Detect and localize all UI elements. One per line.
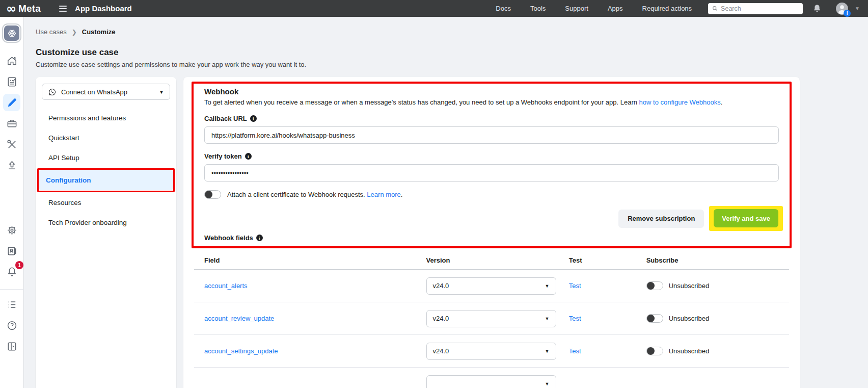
breadcrumb-use-cases[interactable]: Use cases [36, 28, 67, 36]
rail-publish[interactable] [3, 157, 20, 174]
nav-tools[interactable]: Tools [530, 5, 546, 12]
webhook-fields-label: Webhook fields [204, 234, 253, 242]
field-link[interactable]: account_settings_update [204, 347, 278, 355]
select-caret-icon: ▼ [545, 349, 550, 354]
app-atom-icon [7, 28, 17, 39]
menu-item-configuration[interactable]: Configuration [39, 170, 173, 190]
version-value: v24.0 [433, 282, 449, 290]
table-row-partial: ▼ [194, 368, 789, 388]
menu-item-quickstart[interactable]: Quickstart [42, 128, 170, 148]
webhook-annotation-box: Webhook To get alerted when you receive … [192, 82, 792, 248]
version-select[interactable]: v24.0 ▼ [426, 277, 556, 295]
pencil-icon [6, 97, 18, 109]
profile-caret-icon[interactable]: ▼ [855, 6, 860, 11]
menu-item-api-setup[interactable]: API Setup [42, 148, 170, 168]
meta-logo[interactable]: ∞ Meta [6, 3, 41, 15]
version-select[interactable]: ▼ [426, 375, 556, 388]
callback-url-label-row: Callback URL [204, 115, 779, 122]
rail-roles[interactable] [3, 242, 20, 260]
rail-customize-active[interactable] [3, 94, 20, 111]
use-case-menu-panel: Connect on WhatsApp ▼ Permissions and fe… [36, 77, 176, 388]
field-link[interactable]: account_alerts [204, 282, 248, 290]
nav-apps[interactable]: Apps [608, 5, 623, 12]
gear-icon [6, 224, 18, 236]
rail-activity-list[interactable] [3, 296, 20, 313]
brand-name: Meta [18, 3, 41, 14]
version-select[interactable]: v24.0 ▼ [426, 343, 556, 360]
rail-collapse[interactable] [3, 338, 20, 355]
home-icon [6, 55, 18, 67]
select-caret-icon: ▼ [545, 381, 550, 386]
version-select[interactable]: v24.0 ▼ [426, 310, 556, 327]
field-link[interactable]: account_review_update [204, 315, 274, 322]
callback-url-info-icon[interactable] [250, 115, 257, 122]
rail-help[interactable] [3, 317, 20, 334]
left-icon-rail: 1 [0, 17, 24, 388]
wrench-screwdriver-icon [6, 139, 18, 150]
client-certificate-row: Attach a client certificate to Webhook r… [204, 190, 779, 199]
search-input[interactable] [721, 5, 799, 12]
page-subtitle: Customize use case settings and permissi… [36, 61, 800, 68]
client-certificate-period: . [401, 191, 403, 198]
rail-notifications[interactable]: 1 [3, 263, 20, 280]
rail-tools[interactable] [3, 136, 20, 153]
menu-item-resources[interactable]: Resources [42, 193, 170, 213]
menu-hamburger-icon[interactable] [59, 6, 67, 12]
app-avatar-tile[interactable] [4, 25, 19, 41]
collapse-panel-icon [6, 341, 18, 352]
configure-webhooks-link[interactable]: how to configure Webhooks [639, 98, 721, 106]
rail-checklist[interactable] [3, 73, 20, 90]
configuration-annotation-box: Configuration [37, 168, 175, 192]
webhook-description-text: To get alerted when you receive a messag… [204, 98, 639, 106]
subscribe-toggle[interactable] [646, 347, 663, 355]
verify-token-input[interactable] [204, 164, 779, 182]
menu-item-permissions[interactable]: Permissions and features [42, 108, 170, 128]
webhook-fields-info-icon[interactable] [256, 235, 263, 241]
menu-item-tech-provider[interactable]: Tech Provider onboarding [42, 213, 170, 232]
upload-arrow-icon [6, 160, 18, 171]
webhook-actions-row: Remove subscription Verify and save [204, 206, 779, 231]
callback-url-label: Callback URL [204, 115, 247, 122]
nav-docs[interactable]: Docs [496, 5, 511, 12]
page-title: Customize use case [36, 47, 800, 58]
test-link[interactable]: Test [569, 315, 581, 322]
dropdown-caret-icon: ▼ [159, 89, 164, 95]
rail-toolbox[interactable] [3, 115, 20, 132]
test-link[interactable]: Test [569, 347, 581, 355]
verify-token-info-icon[interactable] [245, 153, 252, 160]
version-value: v24.0 [433, 315, 449, 322]
header-field: Field [194, 256, 426, 264]
verify-token-label-row: Verify token [204, 152, 779, 160]
nav-support[interactable]: Support [565, 5, 588, 12]
app-dashboard-title[interactable]: App Dashboard [75, 4, 132, 13]
subscribe-toggle[interactable] [646, 314, 663, 323]
table-header-row: Field Version Test Subscribe [194, 251, 789, 270]
callback-url-input[interactable] [204, 126, 779, 144]
subscribe-state-label: Unsubscribed [669, 282, 710, 290]
toolbox-icon [6, 118, 18, 130]
whatsapp-icon [48, 88, 57, 96]
use-case-dropdown[interactable]: Connect on WhatsApp ▼ [42, 84, 170, 100]
notifications-bell-icon[interactable] [812, 4, 822, 14]
rail-settings[interactable] [3, 221, 20, 239]
breadcrumb: Use cases ❯ Customize [36, 28, 800, 36]
webhook-section-title: Webhook [204, 87, 779, 96]
webhook-fields-table: Field Version Test Subscribe account_ale… [194, 251, 789, 388]
subscribe-toggle[interactable] [646, 281, 663, 290]
search-box[interactable] [708, 3, 803, 14]
breadcrumb-chevron-icon: ❯ [72, 29, 77, 36]
version-value: v24.0 [433, 347, 449, 355]
facebook-badge-icon [844, 10, 851, 17]
verify-save-highlight: Verify and save [709, 206, 783, 231]
nav-required-actions[interactable]: Required actions [642, 5, 692, 12]
list-icon [6, 299, 18, 311]
verify-and-save-button[interactable]: Verify and save [714, 209, 778, 227]
learn-more-link[interactable]: Learn more [367, 191, 400, 198]
client-certificate-toggle[interactable] [204, 190, 221, 199]
main-page: Use cases ❯ Customize Customize use case… [24, 17, 868, 388]
rail-home[interactable] [3, 52, 20, 69]
profile-avatar[interactable] [835, 2, 849, 15]
remove-subscription-button[interactable]: Remove subscription [618, 210, 704, 228]
table-row: account_review_update v24.0 ▼ Test Unsub… [194, 302, 789, 335]
test-link[interactable]: Test [569, 282, 581, 290]
